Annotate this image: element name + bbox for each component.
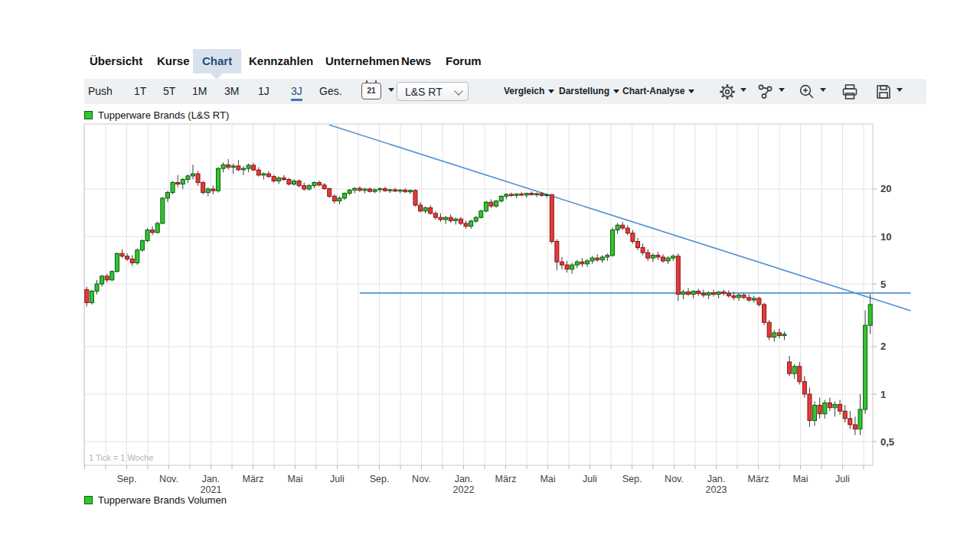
tab-chart[interactable]: Chart	[193, 49, 241, 73]
settings-button[interactable]	[718, 83, 746, 101]
print-button[interactable]	[841, 83, 859, 101]
chevron-down-icon	[454, 86, 462, 95]
svg-text:Mai: Mai	[792, 474, 808, 484]
feed-select-value: L&S RT	[405, 86, 443, 98]
indicators-button[interactable]	[756, 83, 785, 101]
caret-down-icon	[548, 90, 554, 93]
svg-text:1 Tick = 1 Woche: 1 Tick = 1 Woche	[89, 453, 153, 462]
indicator-nodes-icon	[756, 83, 775, 101]
save-button[interactable]	[874, 83, 903, 101]
gear-icon	[718, 83, 737, 101]
svg-text:Mai: Mai	[540, 474, 555, 484]
calendar-icon: 21	[361, 83, 381, 99]
range-3m[interactable]: 3M	[224, 79, 239, 104]
chart-toolbar: Push 1T 5T 1M 3M 1J 3J Ges. 21 L&S RT Ve…	[84, 79, 926, 104]
menu-vergleich-label: Vergleich	[504, 86, 544, 96]
caret-down-icon	[388, 88, 394, 92]
svg-text:0,5: 0,5	[880, 436, 894, 448]
series-color-square	[84, 111, 93, 119]
menu-chart-analyse[interactable]: Chart-Analyse	[622, 79, 694, 104]
candles	[85, 159, 872, 435]
tick-note: 1 Tick = 1 Woche	[89, 453, 153, 462]
svg-text:2021: 2021	[201, 484, 222, 495]
svg-text:Sep.: Sep.	[622, 474, 642, 484]
svg-text:20: 20	[880, 183, 891, 194]
caret-down-icon	[897, 88, 903, 92]
candlestick-chart[interactable]: Sep.Nov.Jan.2021MärzMaiJuliSep.Nov.Jan.2…	[83, 121, 917, 502]
feed-select[interactable]: L&S RT	[397, 82, 469, 101]
svg-text:2: 2	[880, 341, 886, 352]
tab-forum[interactable]: Forum	[446, 49, 482, 73]
calendar-range-button[interactable]: 21	[361, 83, 394, 101]
y-axis-labels: 20105210,5	[880, 183, 894, 447]
svg-text:März: März	[495, 474, 517, 484]
range-1t[interactable]: 1T	[134, 79, 146, 104]
caret-down-icon	[779, 88, 785, 92]
range-1j[interactable]: 1J	[258, 79, 270, 104]
svg-text:Jan.: Jan.	[202, 474, 220, 484]
zoom-in-icon	[798, 83, 816, 101]
svg-text:Juli: Juli	[835, 474, 850, 484]
zoom-button[interactable]	[798, 83, 826, 101]
tab-kurse[interactable]: Kurse	[157, 49, 190, 73]
svg-text:Mai: Mai	[287, 474, 302, 484]
caret-down-icon	[688, 90, 694, 93]
svg-text:Juli: Juli	[330, 474, 345, 484]
volume-series-legend: Tupperware Brands Volumen	[84, 494, 227, 506]
svg-text:Nov.: Nov.	[665, 474, 684, 484]
chart-axes	[84, 124, 877, 469]
svg-text:Nov.: Nov.	[159, 474, 178, 484]
svg-text:Nov.: Nov.	[412, 474, 431, 484]
tab-unternehmen[interactable]: Unternehmen	[325, 49, 400, 73]
range-push[interactable]: Push	[88, 79, 113, 104]
price-series-legend-label: Tupperware Brands (L&S RT)	[98, 109, 229, 121]
menu-vergleich[interactable]: Vergleich	[504, 79, 554, 104]
x-axis-labels: Sep.Nov.Jan.2021MärzMaiJuliSep.Nov.Jan.2…	[117, 474, 850, 495]
range-3j-active[interactable]: 3J	[291, 79, 302, 104]
printer-icon	[841, 83, 859, 101]
save-floppy-icon	[874, 83, 893, 101]
range-1m[interactable]: 1M	[192, 79, 207, 104]
svg-text:2022: 2022	[453, 484, 475, 495]
svg-text:März: März	[243, 474, 264, 484]
svg-text:10: 10	[880, 231, 891, 243]
caret-down-icon	[613, 90, 619, 93]
menu-chart-analyse-label: Chart-Analyse	[622, 86, 684, 96]
caret-down-icon	[820, 88, 826, 92]
svg-text:5: 5	[880, 279, 886, 290]
series-color-square	[84, 496, 93, 504]
svg-text:Sep.: Sep.	[370, 474, 390, 484]
svg-text:Jan.: Jan.	[707, 474, 726, 484]
menu-darstellung[interactable]: Darstellung	[559, 79, 619, 104]
stock-chart-page: Übersicht Kurse Chart Kennzahlen Unterne…	[0, 0, 980, 551]
svg-text:2023: 2023	[706, 484, 727, 495]
chart-grid	[84, 124, 873, 465]
svg-text:März: März	[748, 474, 769, 484]
range-5t[interactable]: 5T	[163, 79, 175, 104]
svg-text:Juli: Juli	[583, 474, 597, 484]
svg-text:1: 1	[880, 389, 886, 400]
volume-series-legend-label: Tupperware Brands Volumen	[98, 494, 227, 506]
menu-darstellung-label: Darstellung	[559, 86, 609, 96]
tab-kennzahlen[interactable]: Kennzahlen	[249, 49, 313, 73]
tab-news[interactable]: News	[401, 49, 431, 73]
tab-uebersicht[interactable]: Übersicht	[90, 49, 142, 73]
svg-text:Sep.: Sep.	[117, 474, 137, 484]
range-ges[interactable]: Ges.	[319, 79, 342, 104]
svg-text:Jan.: Jan.	[455, 474, 473, 484]
price-series-legend: Tupperware Brands (L&S RT)	[84, 109, 229, 121]
caret-down-icon	[740, 88, 746, 92]
trend-lines	[329, 125, 910, 311]
